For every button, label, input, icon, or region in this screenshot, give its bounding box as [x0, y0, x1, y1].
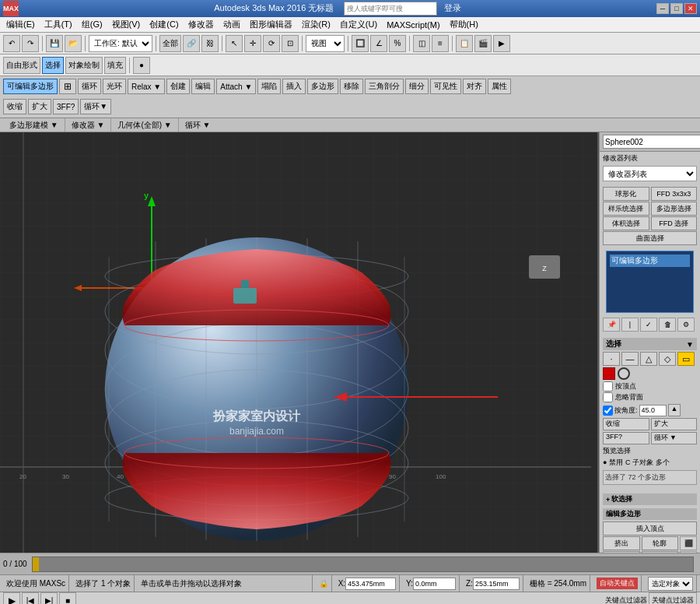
attach-btn[interactable]: Attach ▼ [216, 79, 256, 94]
link-button[interactable]: 🔗 [183, 35, 200, 52]
sel-color-box[interactable] [603, 367, 615, 380]
menu-help[interactable]: 帮助(H) [445, 17, 483, 32]
modifier-label[interactable]: 修改器 ▼ [65, 118, 112, 132]
render-button[interactable]: ▶ [493, 35, 510, 52]
delete-mod-btn[interactable]: 🗑 [659, 318, 676, 332]
menu-group[interactable]: 组(G) [77, 17, 107, 32]
extra-btn1[interactable]: ● [133, 57, 150, 74]
edge-icon[interactable]: — [621, 352, 639, 366]
spherify-btn[interactable]: 球形化 [603, 187, 649, 201]
angle-spinner-up[interactable]: ▲ [668, 404, 681, 416]
viewport[interactable]: [+] [前] [明暗处理 + 边面] 20 30 40 50 60 [0, 132, 599, 553]
workspace-dropdown[interactable]: 工作区: 默认 [89, 35, 152, 52]
x-input[interactable] [345, 578, 396, 590]
menu-maxscript[interactable]: MAXScript(M) [382, 19, 444, 31]
poly-model-label[interactable]: 多边形建模 ▼ [3, 118, 65, 132]
ignore-back-checkbox[interactable] [603, 392, 613, 402]
timeline-track[interactable] [32, 557, 694, 572]
view-dropdown[interactable]: 视图 [306, 35, 345, 52]
bevel-btn[interactable]: 倒角 [603, 551, 640, 553]
soft-sel-expand[interactable]: + [606, 496, 610, 504]
key-filter-btn[interactable]: 关键点过滤器 [649, 592, 697, 605]
3ff-btn[interactable]: 3FF? [603, 432, 649, 444]
vertex-checkbox[interactable] [603, 381, 613, 392]
play-btn[interactable]: ▶ [3, 592, 20, 605]
save-button[interactable]: 💾 [46, 35, 63, 52]
border-icon[interactable]: △ [640, 352, 657, 366]
ring-btn[interactable]: 光环 [103, 79, 126, 94]
volume-select-btn[interactable]: 体积选择 [603, 216, 649, 230]
subdivide-btn[interactable]: 细分 [405, 79, 429, 94]
expand-icon[interactable]: ⊞ [59, 79, 76, 94]
step-back-btn[interactable]: |◀ [22, 592, 39, 605]
menu-create[interactable]: 创建(C) [145, 17, 183, 32]
ffd-select-btn[interactable]: FFD 选择 [651, 216, 698, 230]
redo-button[interactable]: ↷ [22, 35, 39, 52]
cycle-btn[interactable]: 循环▼ [80, 99, 111, 114]
loop-label[interactable]: 循环 ▼ [179, 118, 217, 132]
close-button[interactable]: ✕ [684, 3, 697, 14]
extrude-btn[interactable]: 挤出 [603, 536, 640, 550]
loop-sel-btn[interactable]: 循环 ▼ [651, 432, 698, 444]
surface-select-btn[interactable]: 曲面选择 [603, 231, 697, 245]
layer-button[interactable]: 📋 [456, 35, 473, 52]
freeform-button[interactable]: 自由形式 [3, 57, 40, 74]
search-input[interactable] [344, 2, 437, 16]
object-name-input[interactable] [603, 135, 700, 149]
minimize-button[interactable]: ─ [656, 3, 669, 14]
menu-animation[interactable]: 动画 [219, 17, 245, 32]
menu-customize[interactable]: 自定义(U) [335, 17, 382, 32]
align-poly-btn[interactable]: 对齐 [463, 79, 486, 94]
menu-view[interactable]: 视图(V) [107, 17, 145, 32]
create-btn[interactable]: 创建 [166, 79, 190, 94]
step-fwd-btn[interactable]: ▶| [40, 592, 58, 605]
on-off-btn[interactable]: ✓ [640, 318, 657, 332]
insert-btn[interactable]: 插入 [282, 79, 306, 94]
percent-snap[interactable]: % [389, 35, 406, 52]
lock-icon[interactable]: 🔒 [319, 579, 328, 588]
menu-render[interactable]: 渲染(R) [297, 17, 335, 32]
render-setup[interactable]: 🎬 [474, 35, 492, 52]
poly-icon[interactable]: ◇ [659, 352, 676, 366]
auto-key-btn[interactable]: 自动关键点 [597, 578, 638, 589]
sel-expand[interactable]: ▼ [686, 340, 694, 349]
bevel-settings[interactable]: ⬛ [680, 551, 697, 553]
mirror-button[interactable]: ◫ [413, 35, 430, 52]
pin-stack-btn[interactable]: 📌 [603, 318, 620, 332]
loop-btn[interactable]: 循环 [78, 79, 101, 94]
triangulate-btn[interactable]: 三角剖分 [365, 79, 404, 94]
scale-button[interactable]: ⊡ [282, 35, 299, 52]
snap-button[interactable]: 🔲 [352, 35, 369, 52]
timeline-slider[interactable] [33, 557, 39, 571]
outline-btn[interactable]: 轮廓 [642, 536, 679, 550]
selection-button[interactable]: 选择 [42, 57, 64, 74]
insert-poly-btn[interactable]: 插入 [642, 551, 679, 553]
z-input[interactable] [473, 578, 520, 590]
y-input[interactable] [413, 578, 456, 590]
menu-tools[interactable]: 工具(T) [40, 17, 77, 32]
undo-button[interactable]: ↶ [3, 35, 20, 52]
config-btn[interactable]: ⚙ [677, 318, 695, 332]
stop-btn[interactable]: ■ [59, 592, 76, 605]
set-key-dropdown[interactable]: 选定对象 [648, 577, 693, 591]
angle-checkbox[interactable] [603, 406, 613, 416]
polygon-btn[interactable]: 多边形 [307, 79, 338, 94]
edit-btn[interactable]: 编辑 [191, 79, 215, 94]
login-link[interactable]: 登录 [444, 3, 461, 12]
element-icon[interactable]: ▭ [677, 352, 695, 366]
maximize-button[interactable]: □ [670, 3, 683, 14]
ring-loop-btn[interactable]: 3FF? [53, 99, 79, 114]
modifier-dropdown[interactable]: 修改器列表 [603, 166, 697, 181]
sample-select-btn[interactable]: 样乐统选择 [603, 202, 649, 216]
geometry-label[interactable]: 几何体(全部) ▼ [111, 118, 178, 132]
insert-vertex-btn[interactable]: 插入顶点 [603, 521, 697, 536]
ffd3x3-btn[interactable]: FFD 3x3x3 [651, 187, 698, 201]
extrude-settings[interactable]: ⬛ [680, 536, 697, 550]
select-button[interactable]: ↖ [226, 35, 243, 52]
relax-btn[interactable]: Relax ▼ [128, 79, 165, 94]
edit-poly-stack-item[interactable]: 可编辑多边形 [610, 255, 690, 267]
editable-poly-btn[interactable]: 可编辑多边形 [3, 79, 58, 94]
sel-mode-circle[interactable] [618, 367, 630, 380]
fill-button[interactable]: 填充 [104, 57, 126, 74]
open-button[interactable]: 📂 [65, 35, 82, 52]
